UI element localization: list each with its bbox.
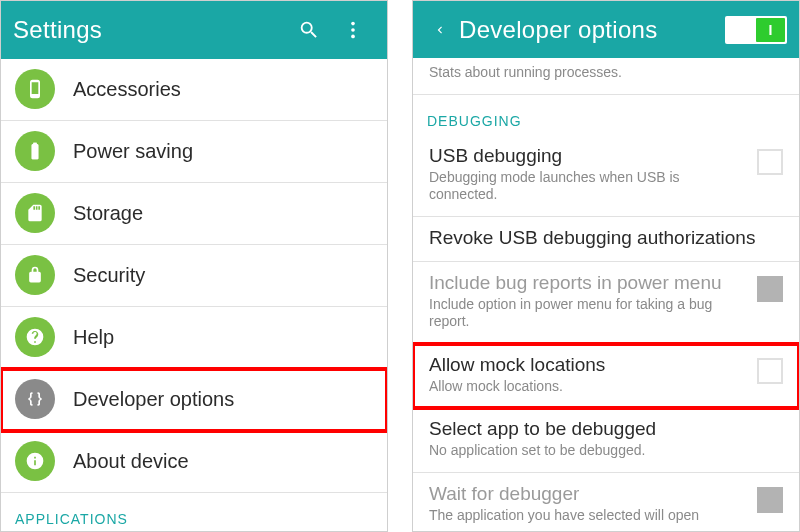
dev-item-subtitle: Allow mock locations. <box>429 378 783 396</box>
info-icon <box>15 441 55 481</box>
back-icon[interactable] <box>425 8 455 52</box>
phone-icon <box>15 69 55 109</box>
developer-list: Process stats Stats about running proces… <box>413 58 799 531</box>
dev-item-wait-debugger[interactable]: Wait for debugger The application you ha… <box>413 473 799 531</box>
screenshot-gap <box>388 0 412 532</box>
checkbox[interactable] <box>757 358 783 384</box>
dev-item-title: USB debugging <box>429 145 783 167</box>
settings-actionbar: Settings <box>1 1 387 59</box>
braces-icon <box>15 379 55 419</box>
settings-item-developer-options[interactable]: Developer options <box>1 369 387 431</box>
dev-item-usb-debugging[interactable]: USB debugging Debugging mode launches wh… <box>413 135 799 217</box>
sdcard-icon <box>15 193 55 233</box>
developer-actionbar: Developer options I <box>413 1 799 58</box>
dev-item-mock-locations[interactable]: Allow mock locations Allow mock location… <box>413 344 799 409</box>
developer-master-toggle[interactable]: I <box>725 16 787 44</box>
dev-item-title: Include bug reports in power menu <box>429 272 783 294</box>
settings-item-help[interactable]: Help <box>1 307 387 369</box>
help-icon <box>15 317 55 357</box>
checkbox <box>757 487 783 513</box>
settings-title: Settings <box>13 16 287 44</box>
dev-item-title: Allow mock locations <box>429 354 783 376</box>
settings-item-label: Help <box>73 326 114 349</box>
settings-item-label: Developer options <box>73 388 234 411</box>
dev-item-title: Revoke USB debugging authorizations <box>429 227 783 249</box>
battery-icon <box>15 131 55 171</box>
developer-title: Developer options <box>459 16 725 44</box>
settings-item-label: Power saving <box>73 140 193 163</box>
checkbox[interactable] <box>757 149 783 175</box>
dev-item-subtitle: The application you have selected will o… <box>429 507 783 525</box>
dev-item-subtitle: Debugging mode launches when USB is conn… <box>429 169 783 204</box>
dev-section-header: DEBUGGING <box>413 95 799 135</box>
settings-item-storage[interactable]: Storage <box>1 183 387 245</box>
lock-icon <box>15 255 55 295</box>
settings-screen: Settings Accessories Power saving Storag… <box>0 0 388 532</box>
settings-item-about-device[interactable]: About device <box>1 431 387 493</box>
dev-item-process-stats[interactable]: Process stats Stats about running proces… <box>413 58 799 95</box>
dev-item-bug-reports[interactable]: Include bug reports in power menu Includ… <box>413 262 799 344</box>
developer-options-screen: Developer options I Process stats Stats … <box>412 0 800 532</box>
settings-item-label: Accessories <box>73 78 181 101</box>
settings-item-accessories[interactable]: Accessories <box>1 59 387 121</box>
svg-point-0 <box>351 22 355 26</box>
dev-item-title: Wait for debugger <box>429 483 783 505</box>
dev-item-title: Select app to be debugged <box>429 418 783 440</box>
settings-item-security[interactable]: Security <box>1 245 387 307</box>
dev-item-subtitle: Include option in power menu for taking … <box>429 296 783 331</box>
checkbox <box>757 276 783 302</box>
settings-item-label: Storage <box>73 202 143 225</box>
settings-item-label: About device <box>73 450 189 473</box>
dev-item-select-app[interactable]: Select app to be debugged No application… <box>413 408 799 473</box>
settings-item-power-saving[interactable]: Power saving <box>1 121 387 183</box>
svg-point-2 <box>351 34 355 38</box>
search-icon[interactable] <box>287 8 331 52</box>
settings-section-header: APPLICATIONS <box>1 493 387 531</box>
svg-point-1 <box>351 28 355 32</box>
dev-item-subtitle: No application set to be debugged. <box>429 442 783 460</box>
overflow-menu-icon[interactable] <box>331 8 375 52</box>
dev-item-subtitle: Stats about running processes. <box>429 64 783 82</box>
dev-item-revoke-auth[interactable]: Revoke USB debugging authorizations <box>413 217 799 262</box>
settings-list: Accessories Power saving Storage Securit… <box>1 59 387 531</box>
settings-item-label: Security <box>73 264 145 287</box>
